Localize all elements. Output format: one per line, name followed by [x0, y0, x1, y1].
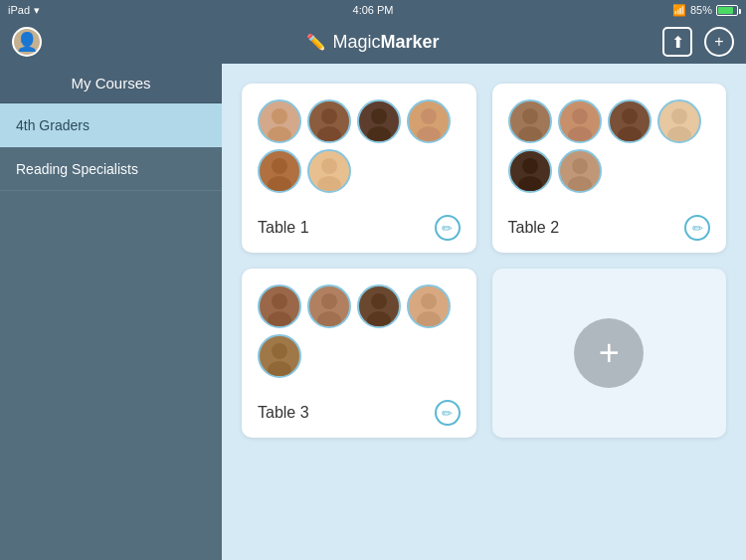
svg-point-5	[367, 126, 391, 141]
svg-point-13	[518, 126, 542, 141]
svg-point-6	[421, 108, 437, 124]
svg-point-14	[572, 108, 588, 124]
add-table-icon: +	[599, 332, 620, 374]
svg-point-17	[618, 126, 642, 141]
svg-point-7	[417, 126, 441, 141]
add-icon: +	[714, 33, 723, 51]
header-title: ✏️ MagicMarker	[306, 32, 439, 53]
svg-point-9	[268, 176, 291, 191]
svg-point-23	[568, 176, 592, 191]
svg-point-3	[317, 126, 341, 141]
avatar	[258, 284, 301, 328]
avatar	[508, 149, 552, 193]
carrier-label: iPad	[8, 4, 30, 16]
app-name-magic: Magic	[332, 32, 380, 52]
add-course-button[interactable]: +	[704, 27, 734, 57]
svg-point-18	[671, 108, 687, 124]
svg-point-2	[321, 108, 337, 124]
svg-point-10	[321, 158, 337, 174]
svg-point-22	[572, 158, 588, 174]
svg-point-29	[367, 311, 391, 326]
sidebar-item-reading-specialists[interactable]: Reading Specialists	[0, 147, 222, 191]
table2-footer: Table 2 ✏	[508, 215, 711, 241]
app-name: MagicMarker	[332, 32, 439, 53]
table3-edit-button[interactable]: ✏	[435, 400, 461, 426]
svg-point-19	[667, 126, 691, 141]
avatar	[657, 99, 701, 143]
svg-point-12	[522, 108, 538, 124]
svg-point-4	[371, 108, 387, 124]
table3-avatars	[258, 284, 461, 378]
avatar	[258, 99, 301, 143]
svg-point-21	[518, 176, 542, 191]
svg-point-25	[268, 311, 291, 326]
sidebar: My Courses 4th Graders Reading Specialis…	[0, 64, 222, 560]
wifi-icon: ▾	[34, 4, 40, 17]
battery-percent: 85%	[690, 4, 712, 16]
edit-icon: ✏	[442, 406, 453, 421]
sidebar-heading: My Courses	[0, 64, 222, 103]
sidebar-item-label: Reading Specialists	[16, 161, 138, 177]
header-left: 👤	[12, 27, 42, 57]
user-avatar[interactable]: 👤	[12, 27, 42, 57]
table1-avatars	[258, 99, 461, 193]
avatar	[407, 284, 451, 328]
table2-label: Table 2	[508, 219, 560, 237]
sidebar-heading-label: My Courses	[71, 75, 150, 92]
table-card-1[interactable]: Table 1 ✏	[242, 84, 476, 253]
status-time: 4:06 PM	[353, 4, 394, 16]
table3-label: Table 3	[258, 404, 309, 422]
svg-point-0	[272, 108, 287, 124]
edit-icon: ✏	[692, 221, 703, 236]
app-name-marker: Marker	[380, 32, 439, 52]
add-table-card[interactable]: +	[492, 269, 727, 438]
svg-point-27	[317, 311, 341, 326]
avatar	[307, 284, 351, 328]
status-left: iPad ▾	[8, 4, 40, 17]
battery-fill	[718, 7, 733, 14]
table-card-2[interactable]: Table 2 ✏	[492, 84, 727, 253]
avatar	[558, 149, 602, 193]
main-layout: My Courses 4th Graders Reading Specialis…	[0, 64, 746, 560]
avatar	[258, 334, 301, 378]
svg-point-32	[272, 343, 287, 359]
table1-footer: Table 1 ✏	[258, 215, 461, 241]
svg-point-20	[522, 158, 538, 174]
sidebar-item-label: 4th Graders	[16, 117, 90, 133]
svg-point-31	[417, 311, 441, 326]
svg-point-16	[622, 108, 638, 124]
avatar	[307, 99, 351, 143]
avatar	[508, 99, 552, 143]
avatar	[608, 99, 652, 143]
add-table-circle[interactable]: +	[574, 318, 644, 388]
edit-icon: ✏	[442, 221, 453, 236]
table1-edit-button[interactable]: ✏	[435, 215, 461, 241]
table3-footer: Table 3 ✏	[258, 400, 461, 426]
svg-point-28	[371, 293, 387, 309]
export-button[interactable]: ⬆	[662, 27, 692, 57]
status-right: 📶 85%	[672, 4, 738, 17]
header: 👤 ✏️ MagicMarker ⬆ +	[0, 20, 746, 64]
battery-indicator	[716, 5, 738, 16]
table-card-3[interactable]: Table 3 ✏	[242, 269, 476, 438]
header-right: ⬆ +	[662, 27, 734, 57]
svg-point-30	[421, 293, 437, 309]
avatar	[307, 149, 351, 193]
svg-point-15	[568, 126, 592, 141]
avatar	[357, 99, 401, 143]
svg-point-1	[268, 126, 291, 141]
table2-avatars	[508, 99, 711, 193]
avatar	[258, 149, 301, 193]
content-area: Table 1 ✏	[222, 64, 746, 560]
avatar	[558, 99, 602, 143]
svg-point-11	[317, 176, 341, 191]
svg-point-33	[268, 361, 291, 376]
pencil-icon: ✏️	[306, 33, 326, 52]
sidebar-item-4th-graders[interactable]: 4th Graders	[0, 103, 222, 147]
bluetooth-icon: 📶	[672, 4, 686, 17]
table2-edit-button[interactable]: ✏	[684, 215, 710, 241]
svg-point-26	[321, 293, 337, 309]
svg-point-8	[272, 158, 287, 174]
avatar	[357, 284, 401, 328]
avatar	[407, 99, 451, 143]
